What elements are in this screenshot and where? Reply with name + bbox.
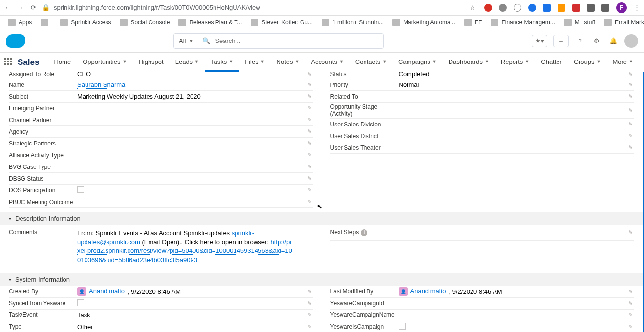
section-description[interactable]: ▾ Description Information — [0, 212, 643, 225]
edit-pencil-icon[interactable]: ✎ — [307, 105, 312, 111]
search-input[interactable] — [210, 37, 383, 44]
field-row: Strategic Partners✎ — [9, 138, 313, 149]
ext-icon-1[interactable] — [484, 4, 492, 12]
bookmark-item[interactable]: Steven Kotler: Gu... — [247, 18, 317, 27]
nav-groups[interactable]: Groups▼ — [568, 53, 607, 72]
profile-avatar[interactable]: F — [616, 2, 627, 13]
field-row: Created By👤Anand malto, 9/2/2020 8:46 AM… — [9, 286, 313, 298]
address-bar[interactable]: 🔒 sprinklr.lightning.force.com/lightning… — [42, 4, 465, 11]
nav-opportunities[interactable]: Opportunities▼ — [77, 53, 132, 72]
edit-pencil-icon[interactable]: ✎ — [628, 93, 633, 100]
bookmark-item[interactable]: ML stuff — [560, 18, 599, 27]
edit-pencil-icon[interactable]: ✎ — [307, 300, 312, 307]
edit-pencil-icon[interactable]: ✎ — [628, 324, 633, 330]
edit-pencil-icon[interactable]: ✎ — [307, 140, 312, 146]
edit-pencil-icon[interactable]: ✎ — [628, 133, 633, 139]
edit-pencil-icon[interactable]: ✎ — [307, 117, 312, 123]
global-actions-button[interactable]: ＋ — [553, 35, 569, 47]
forward-button[interactable]: → — [17, 4, 24, 12]
field-value — [77, 186, 84, 194]
nav-reports[interactable]: Reports▼ — [495, 53, 535, 72]
record-link[interactable]: Saurabh Sharma — [77, 81, 125, 89]
nav-tasks[interactable]: Tasks▼ — [205, 53, 239, 72]
nav-home[interactable]: Home — [48, 53, 77, 72]
field-label: DOS Participation — [9, 187, 77, 194]
notifications-icon[interactable]: 🔔 — [608, 36, 619, 46]
salesforce-logo[interactable] — [6, 34, 25, 48]
chevron-down-icon: ▼ — [194, 59, 199, 64]
nav-dashboards[interactable]: Dashboards▼ — [443, 53, 495, 72]
edit-pencil-icon[interactable]: ✎ — [307, 128, 312, 135]
chrome-menu-icon[interactable]: ⋮ — [634, 4, 640, 11]
bookmark-item[interactable]: Marketing Automa... — [388, 18, 459, 27]
bookmark-item[interactable]: 1 million+ Stunnin... — [318, 18, 387, 27]
ext-icon-7[interactable] — [572, 4, 580, 12]
edit-pencil-icon[interactable]: ✎ — [307, 199, 312, 205]
nav-more[interactable]: More▼ — [606, 53, 639, 72]
nav-label: Groups — [574, 58, 595, 65]
ext-icon-5[interactable] — [543, 4, 551, 12]
bookmark-item[interactable]: Releases Plan & T... — [174, 18, 246, 27]
nav-leads[interactable]: Leads▼ — [170, 53, 205, 72]
ext-icon-3[interactable] — [514, 4, 521, 12]
edit-pencil-icon[interactable]: ✎ — [628, 312, 633, 318]
edit-pencil-icon[interactable]: ✎ — [628, 289, 633, 295]
edit-pencil-icon[interactable]: ✎ — [307, 187, 312, 193]
edit-pencil-icon[interactable]: ✎ — [307, 312, 312, 318]
favorites-button[interactable]: ★▾ — [532, 35, 547, 47]
edit-pencil-icon[interactable]: ✎ — [307, 72, 312, 78]
app-launcher-icon[interactable] — [4, 58, 12, 67]
nav-contacts[interactable]: Contacts▼ — [349, 53, 392, 72]
help-icon[interactable]: ? — [575, 36, 585, 46]
reload-button[interactable]: ⟳ — [29, 4, 37, 12]
bookmark-item[interactable]: Sprinklr Access — [56, 18, 115, 27]
ext-icon-2[interactable] — [499, 4, 507, 12]
field-label: Agency — [9, 128, 77, 135]
user-avatar[interactable] — [624, 34, 638, 48]
info-icon[interactable]: i — [361, 229, 367, 236]
edit-pencil-icon[interactable]: ✎ — [628, 82, 633, 88]
bookmark-item[interactable]: Finance Managem... — [487, 18, 558, 27]
edit-pencil-icon[interactable]: ✎ — [628, 121, 633, 127]
bookmark-item[interactable]: Email Marketing -... — [600, 18, 644, 27]
setup-gear-icon[interactable]: ⚙ — [591, 36, 602, 46]
nav-highspot[interactable]: Highspot — [132, 53, 169, 72]
edit-pencil-icon[interactable]: ✎ — [628, 107, 633, 114]
user-link[interactable]: Anand malto — [89, 288, 125, 295]
ext-icon-8[interactable] — [587, 4, 595, 12]
edit-pencil-icon[interactable]: ✎ — [628, 300, 633, 307]
nav-notes[interactable]: Notes▼ — [271, 53, 305, 72]
edit-pencil-icon[interactable]: ✎ — [307, 82, 312, 88]
nav-label: Files — [245, 58, 258, 65]
edit-pencil-icon[interactable]: ✎ — [628, 145, 633, 151]
edit-pencil-icon[interactable]: ✎ — [307, 152, 312, 158]
ext-icon-6[interactable] — [558, 4, 565, 12]
nav-accounts[interactable]: Accounts▼ — [305, 53, 349, 72]
edit-pencil-icon[interactable]: ✎ — [307, 164, 312, 170]
edit-pencil-icon[interactable]: ✎ — [307, 289, 312, 295]
back-button[interactable]: ← — [4, 4, 12, 12]
edit-pencil-icon[interactable]: ✎ — [307, 175, 312, 182]
nav-chatter[interactable]: Chatter — [535, 53, 568, 72]
ext-icon-4[interactable] — [528, 4, 536, 12]
star-icon[interactable]: ☆ — [470, 4, 477, 12]
section-system[interactable]: ▾ System Information — [0, 273, 643, 286]
global-search[interactable]: All ▼ 🔍 — [173, 33, 384, 49]
edit-pencil-icon[interactable]: ✎ — [628, 72, 633, 78]
bookmark-item[interactable]: FF — [460, 18, 486, 27]
user-link[interactable]: Anand malto — [410, 288, 446, 295]
edit-pencil-icon[interactable]: ✎ — [307, 93, 312, 100]
bookmark-item[interactable] — [37, 18, 55, 27]
checkbox-icon — [77, 186, 84, 193]
field-row: Related To✎ — [330, 91, 634, 103]
edit-pencil-icon[interactable]: ✎ — [628, 229, 633, 236]
search-scope[interactable]: All ▼ — [174, 34, 198, 48]
nav-edit-icon[interactable]: ✎ — [639, 59, 644, 66]
nav-files[interactable]: Files▼ — [239, 53, 270, 72]
edit-pencil-icon[interactable]: ✎ — [307, 324, 312, 330]
extensions-icon[interactable] — [601, 4, 609, 12]
nav-campaigns[interactable]: Campaigns▼ — [392, 53, 443, 72]
bookmark-item[interactable]: Apps — [4, 18, 36, 27]
field-label: YeswareIsCampaign — [330, 323, 399, 330]
bookmark-item[interactable]: Social Console — [116, 18, 173, 27]
